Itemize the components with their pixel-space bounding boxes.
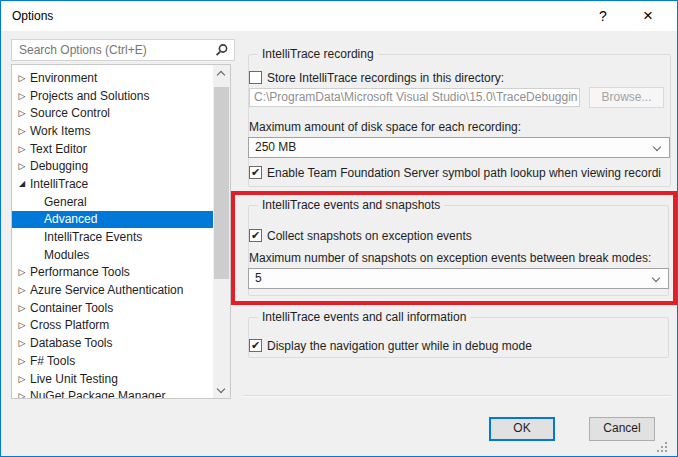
sidebar-item-label: IntelliTrace Events [44,230,142,244]
sidebar-item-work-items[interactable]: ▷Work Items [12,122,213,140]
sidebar-item-label: Cross Platform [30,318,109,332]
check-icon: ✔ [251,230,260,241]
sidebar-item-general[interactable]: General [12,193,213,211]
chevron-down-icon [217,385,225,393]
expand-arrow-icon[interactable]: ▷ [16,374,28,384]
sidebar-item-intellitrace-events[interactable]: IntelliTrace Events [12,228,213,246]
expand-arrow-icon[interactable]: ▷ [16,338,28,348]
chevron-up-icon [217,71,225,79]
tree-scrollbar[interactable] [213,65,230,398]
sidebar-item-modules[interactable]: Modules [12,246,213,264]
sidebar-item-label: Advanced [44,212,97,226]
sidebar-item-label: Text Editor [30,142,87,156]
sidebar-item-intellitrace[interactable]: ◢IntelliTrace [12,175,213,193]
chevron-down-icon [652,274,660,282]
expand-arrow-icon[interactable]: ▷ [16,303,28,313]
expand-arrow-icon[interactable]: ▷ [16,320,28,330]
expand-arrow-icon[interactable]: ▷ [16,108,28,118]
sidebar-item-label: Database Tools [30,336,113,350]
sidebar-item-text-editor[interactable]: ▷Text Editor [12,140,213,158]
group-title: IntelliTrace events and snapshots [258,198,444,213]
navigation-gutter-checkbox[interactable]: ✔ [249,339,262,352]
sidebar-item-performance-tools[interactable]: ▷Performance Tools [12,264,213,282]
sidebar-item-cross-platform[interactable]: ▷Cross Platform [12,317,213,335]
sidebar-item-f-tools[interactable]: ▷F# Tools [12,352,213,370]
sidebar-item-label: Container Tools [30,301,113,315]
max-snapshots-label: Maximum number of snapshots on exception… [249,251,651,266]
help-icon: ? [599,8,607,24]
expand-arrow-icon[interactable]: ▷ [16,126,28,136]
sidebar-item-environment[interactable]: ▷Environment [12,69,213,87]
sidebar-item-label: Work Items [30,124,90,138]
resize-grip[interactable] [657,442,668,453]
navigation-gutter-label: Display the navigation gutter while in d… [267,338,532,354]
sidebar-item-label: Performance Tools [30,265,130,279]
store-recordings-checkbox-row[interactable]: Store IntelliTrace recordings in this di… [249,70,669,86]
search-input[interactable]: Search Options (Ctrl+E) [11,39,235,61]
browse-button[interactable]: Browse... [589,87,664,108]
sidebar-item-debugging[interactable]: ▷Debugging [12,157,213,175]
disk-space-label: Maximum amount of disk space for each re… [249,120,521,135]
group-title: IntelliTrace recording [258,47,378,62]
sidebar-item-label: NuGet Package Manager [30,389,165,399]
help-button[interactable]: ? [591,1,615,31]
disk-space-value: 250 MB [255,138,296,157]
sidebar-item-label: Debugging [30,159,88,173]
expand-arrow-icon[interactable]: ▷ [16,91,28,101]
expand-arrow-icon[interactable]: ▷ [16,144,28,154]
store-recordings-label: Store IntelliTrace recordings in this di… [267,70,504,86]
navigation-gutter-checkbox-row[interactable]: ✔ Display the navigation gutter while in… [249,338,659,354]
store-recordings-checkbox[interactable] [249,71,262,84]
sidebar-item-live-unit-testing[interactable]: ▷Live Unit Testing [12,370,213,388]
sidebar-item-label: Modules [44,248,89,262]
collect-snapshots-checkbox[interactable]: ✔ [249,229,262,242]
search-placeholder: Search Options (Ctrl+E) [19,40,147,60]
sidebar-item-label: Live Unit Testing [30,372,118,386]
ok-button[interactable]: OK [489,417,555,441]
scroll-down-button[interactable] [213,381,230,398]
close-button[interactable]: × [635,1,661,31]
close-icon: × [643,6,653,25]
group-title: IntelliTrace events and call information [258,310,470,325]
tfs-symbol-checkbox-row[interactable]: ✔ Enable Team Foundation Server symbol p… [249,165,673,181]
footer-divider [243,395,671,397]
sidebar-item-label: F# Tools [30,354,75,368]
collect-snapshots-label: Collect snapshots on exception events [267,228,472,244]
sidebar-item-database-tools[interactable]: ▷Database Tools [12,334,213,352]
sidebar-item-azure-service-authentication[interactable]: ▷Azure Service Authentication [12,281,213,299]
sidebar-item-label: Environment [30,71,97,85]
expand-arrow-icon[interactable]: ▷ [16,73,28,83]
sidebar-item-projects-and-solutions[interactable]: ▷Projects and Solutions [12,87,213,105]
max-snapshots-select[interactable]: 5 [248,268,669,289]
disk-space-select[interactable]: 250 MB [248,137,670,158]
sidebar-item-nuget-package-manager[interactable]: ▷NuGet Package Manager [12,387,213,399]
sidebar-item-label: Projects and Solutions [30,89,149,103]
scrollbar-thumb[interactable] [214,87,229,279]
max-snapshots-value: 5 [255,269,262,288]
sidebar-item-label: Source Control [30,106,110,120]
collapse-arrow-icon[interactable]: ◢ [16,179,28,189]
tfs-symbol-checkbox[interactable]: ✔ [249,166,262,179]
check-icon: ✔ [251,167,260,178]
sidebar-item-source-control[interactable]: ▷Source Control [12,104,213,122]
collect-snapshots-checkbox-row[interactable]: ✔ Collect snapshots on exception events [249,228,659,244]
recordings-directory-field[interactable]: C:\ProgramData\Microsoft Visual Studio\1… [249,88,580,107]
title-bar[interactable]: Options ? × [1,1,677,31]
options-tree[interactable]: ▷Environment▷Projects and Solutions▷Sour… [11,64,231,399]
cancel-button[interactable]: Cancel [589,417,655,441]
search-icon[interactable] [214,43,229,58]
sidebar-item-label: IntelliTrace [30,177,88,191]
chevron-down-icon [653,143,661,151]
options-dialog: Options ? × Search Options (Ctrl+E) ▷Env… [0,0,678,457]
expand-arrow-icon[interactable]: ▷ [16,391,28,399]
expand-arrow-icon[interactable]: ▷ [16,356,28,366]
check-icon: ✔ [251,340,260,351]
expand-arrow-icon[interactable]: ▷ [16,285,28,295]
expand-arrow-icon[interactable]: ▷ [16,267,28,277]
tfs-symbol-label: Enable Team Foundation Server symbol pat… [267,165,661,181]
sidebar-item-container-tools[interactable]: ▷Container Tools [12,299,213,317]
sidebar-item-label: General [44,195,87,209]
expand-arrow-icon[interactable]: ▷ [16,161,28,171]
sidebar-item-advanced[interactable]: Advanced [12,211,213,229]
scroll-up-button[interactable] [213,65,230,82]
